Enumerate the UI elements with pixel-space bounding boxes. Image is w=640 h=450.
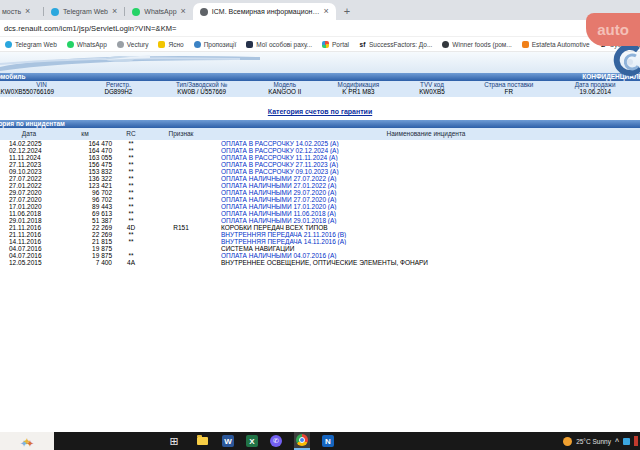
cell-date: 17.01.2020: [0, 203, 58, 210]
yasno-icon: [158, 41, 165, 48]
cell-date: 04.07.2016: [0, 252, 58, 259]
cell-date: 04.07.2016: [0, 245, 58, 252]
cell-km: 21 815: [58, 238, 112, 245]
widgets-button[interactable]: ✦: [0, 432, 54, 450]
bookmark-label: SuccessFactors: До...: [369, 41, 432, 48]
incident-link[interactable]: ОПЛАТА НАЛИЧНЫМИ 17.01.2020 (А): [221, 203, 337, 210]
cell-km: 19 875: [58, 245, 112, 252]
bookmark-estafeta[interactable]: Estafeta Automotive: [522, 41, 590, 48]
bookmark-whatsapp[interactable]: WhatsApp: [67, 41, 107, 48]
portal-icon: [322, 41, 329, 48]
cell-date: 21.11.2016: [0, 224, 58, 231]
new-tab-button[interactable]: +: [344, 5, 350, 17]
table-row: 11.11.2024163 055**ОПЛАТА В РАССРОЧКУ 11…: [0, 154, 640, 161]
cell-km: 164 470: [58, 140, 112, 147]
bookmark-portal[interactable]: Portal: [322, 41, 349, 48]
bookmark-accounts[interactable]: Мої особові раху...: [246, 41, 312, 48]
tray-app-icon[interactable]: [623, 438, 630, 445]
bookmark-label: Пропозиції: [204, 41, 237, 48]
cell-km: 22 269: [58, 231, 112, 238]
cell-km: 123 421: [58, 182, 112, 189]
word-button[interactable]: W: [222, 435, 234, 447]
incident-link[interactable]: ОПЛАТА НАЛИЧНЫМИ 29.01.2018 (А): [221, 217, 337, 224]
url-text[interactable]: dcs.renault.com/icm1/jsp/ServletLogin?VI…: [4, 24, 177, 33]
bookmark-winner-foods[interactable]: Winner foods (ром...: [442, 41, 511, 48]
incident-link[interactable]: ОПЛАТА В РАССРОЧКУ 02.12.2024 (А): [221, 147, 339, 154]
bookmark-label: Мої особові раху...: [256, 41, 312, 48]
cell-rc: 4A: [112, 259, 150, 266]
col-date: Дата: [0, 130, 58, 137]
incident-link[interactable]: ОПЛАТА В РАССРОЧКУ 09.10.2023 (А): [221, 168, 339, 175]
tab-whatsapp[interactable]: WhatsApp ×: [125, 3, 193, 20]
excel-button[interactable]: X: [246, 435, 258, 447]
incident-link[interactable]: ВНУТРЕННЯЯ ПЕРЕДАЧА 21.11.2016 (В): [221, 231, 346, 238]
cell-km: 51 387: [58, 217, 112, 224]
col-rc: RC: [112, 130, 150, 137]
incidents-section-title: История по инцидентам: [0, 120, 65, 128]
col-name: Наименование инцидента: [212, 130, 640, 137]
vehicle-title-bar: Автомобиль КОНФИДЕНЦИАЛЬНО: [0, 73, 640, 81]
incidents-table-body: 14.02.2025164 470**ОПЛАТА В РАССРОЧКУ 14…: [0, 140, 640, 266]
tray-edge-icon[interactable]: [634, 436, 638, 446]
field-value: 1KW0XB550766169: [0, 89, 83, 96]
cell-date: 27.07.2022: [0, 175, 58, 182]
bookmark-propozytsii[interactable]: Пропозиції: [194, 41, 237, 48]
incident-link[interactable]: ОПЛАТА НАЛИЧНЫМИ 29.07.2020 (А): [221, 189, 337, 196]
viber-button[interactable]: ✆: [270, 435, 282, 447]
cell-km: 163 055: [58, 154, 112, 161]
cell-rc: **: [112, 238, 150, 245]
bookmark-telegram[interactable]: Telegram Web: [5, 41, 57, 48]
chevron-up-icon[interactable]: ^: [615, 438, 619, 445]
start-button[interactable]: ⊞: [166, 433, 182, 449]
taskbar: ✦ ⊞ W X ✆ N 25°C Sunny ^: [0, 432, 640, 450]
incident-link[interactable]: ВНУТРЕННЯЯ ПЕРЕДАЧА 14.11.2016 (А): [221, 238, 346, 245]
cell-sign: [150, 182, 212, 189]
incident-link[interactable]: ОПЛАТА В РАССРОЧКУ 27.11.2023 (А): [221, 161, 338, 168]
cell-date: 27.07.2020: [0, 196, 58, 203]
cell-rc: **: [112, 210, 150, 217]
incident-link[interactable]: ОПЛАТА В РАССРОЧКУ 14.02.2025 (А): [221, 140, 339, 147]
warranty-category-link[interactable]: Категория счетов по гарантии: [268, 108, 372, 115]
bookmark-yasno[interactable]: Ясно: [158, 41, 183, 48]
file-explorer-button[interactable]: [194, 433, 210, 449]
incident-link[interactable]: ОПЛАТА НАЛИЧНЫМИ 27.07.2022 (А): [221, 175, 337, 182]
close-icon[interactable]: ×: [25, 7, 30, 16]
table-row: 27.07.2022136 322**ОПЛАТА НАЛИЧНЫМИ 27.0…: [0, 175, 640, 182]
incident-link[interactable]: ОПЛАТА В РАССРОЧКУ 11.11.2024 (А): [221, 154, 338, 161]
close-icon[interactable]: ×: [181, 7, 186, 16]
tab-label: мость: [2, 8, 21, 15]
cell-km: 89 443: [58, 203, 112, 210]
incident-link[interactable]: ОПЛАТА НАЛИЧНЫМИ 11.06.2018 (А): [221, 210, 336, 217]
address-bar[interactable]: dcs.renault.com/icm1/jsp/ServletLogin?VI…: [0, 20, 640, 37]
incident-link[interactable]: ОПЛАТА НАЛИЧНЫМИ 27.07.2020 (А): [221, 196, 337, 203]
cell-rc: **: [112, 189, 150, 196]
chrome-button-active[interactable]: [294, 432, 310, 450]
bookmark-vectury[interactable]: Vectury: [117, 41, 149, 48]
field-vin: VIN1KW0XB550766169: [0, 82, 83, 95]
cell-date: 11.11.2024: [0, 154, 58, 161]
tab-partial[interactable]: мость ×: [0, 3, 43, 20]
icm-header-graphic: [0, 52, 640, 73]
tab-icm-active[interactable]: ICM. Всемирная информацион… ×: [193, 3, 336, 20]
incidents-table-header: Дата км RC Признак Наименование инцидент…: [0, 128, 640, 140]
whatsapp-icon: [67, 41, 74, 48]
weather-status[interactable]: 25°C Sunny: [576, 438, 611, 445]
cell-rc: **: [112, 147, 150, 154]
cell-date: 09.10.2023: [0, 168, 58, 175]
bookmark-successfactors[interactable]: sfSuccessFactors: До...: [359, 41, 432, 48]
close-icon[interactable]: ×: [112, 7, 117, 16]
table-row: 27.07.202096 702**ОПЛАТА НАЛИЧНЫМИ 27.07…: [0, 196, 640, 203]
tab-telegram[interactable]: Telegram Web ×: [44, 3, 124, 20]
cell-date: 14.11.2016: [0, 238, 58, 245]
field-tvv: TVV кодKW0XB5: [397, 82, 467, 95]
incident-link[interactable]: ОПЛАТА НАЛИЧНЫМИ 27.01.2022 (А): [221, 182, 337, 189]
close-icon[interactable]: ×: [323, 7, 328, 16]
field-type-factory: Тип/Заводской №KW0B / U557669: [154, 82, 250, 95]
col-km: км: [58, 130, 112, 137]
estafeta-icon: [522, 41, 529, 48]
incident-link[interactable]: ОПЛАТА НАЛИЧНЫМИ 04.07.2016 (А): [221, 252, 337, 259]
cell-date: 27.11.2023: [0, 161, 58, 168]
cell-sign: [150, 210, 212, 217]
cell-rc: **: [112, 168, 150, 175]
blue-app-button[interactable]: N: [322, 435, 334, 447]
